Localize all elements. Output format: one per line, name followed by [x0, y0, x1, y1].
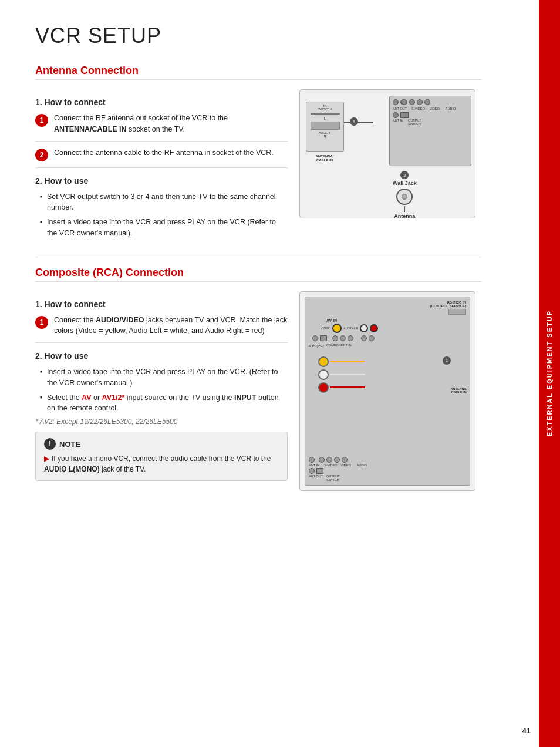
antenna-use-item-1: Set VCR output switch to 3 or 4 and then… — [40, 191, 288, 214]
composite-step-1: 1 Connect the AUDIO/VIDEO jacks between … — [35, 315, 288, 344]
antenna-use-list: Set VCR output switch to 3 or 4 and then… — [35, 191, 288, 239]
step-1-text: Connect the RF antenna out socket of the… — [54, 113, 288, 135]
section-composite: Composite (RCA) Connection 1. How to con… — [35, 267, 481, 491]
antenna-two-col: 1. How to connect 1 Connect the RF anten… — [35, 89, 481, 243]
composite-left-col: 1. How to connect 1 Connect the AUDIO/VI… — [35, 291, 288, 491]
note-icon: ! — [44, 438, 56, 450]
antenna-left-col: 1. How to connect 1 Connect the RF anten… — [35, 89, 288, 243]
note-label: NOTE — [59, 440, 80, 449]
composite-two-col: 1. How to connect 1 Connect the AUDIO/VI… — [35, 291, 481, 491]
page-number: 41 — [522, 726, 531, 735]
section-antenna-title: Antenna Connection — [35, 65, 481, 80]
antenna-use-item-2: Insert a video tape into the VCR and pre… — [40, 217, 288, 239]
section-composite-title: Composite (RCA) Connection — [35, 267, 481, 282]
antenna-step-1: 1 Connect the RF antenna out socket of t… — [35, 113, 288, 142]
composite-use-list: Insert a video tape into the VCR and pre… — [35, 366, 288, 414]
composite-use-title: 2. How to use — [35, 351, 288, 361]
section-antenna: Antenna Connection 1. How to connect 1 C… — [35, 65, 481, 243]
note-box: ! NOTE ▶If you have a mono VCR, connect … — [35, 432, 288, 481]
right-sidebar: EXTERNAL EQUIPMENT SETUP — [539, 0, 560, 747]
step-2-text: Connect the antenna cable to the RF ante… — [54, 147, 274, 159]
sidebar-label: EXTERNAL EQUIPMENT SETUP — [546, 310, 553, 436]
antenna-use-title: 2. How to use — [35, 176, 288, 186]
composite-use-item-2: Select the AV or AV1/2* input source on … — [40, 392, 288, 415]
main-content: VCR SETUP Antenna Connection 1. How to c… — [0, 0, 511, 529]
composite-connect-title: 1. How to connect — [35, 300, 288, 309]
note-header: ! NOTE — [44, 438, 279, 450]
divider-1 — [35, 257, 481, 257]
antenna-diagram: IN "AUDIO" H L AUDIO-F N ANTENNA/CABLE I… — [299, 89, 481, 243]
antenna-connect-title: 1. How to connect — [35, 97, 288, 107]
antenna-step-2: 2 Connect the antenna cable to the RF an… — [35, 147, 288, 168]
composite-diagram: RS-232C IN(CONTROL SERVICE) AV IN VIDEO … — [299, 291, 481, 491]
footnote: * AV2: Except 19/22/26LE5300, 22/26LE550… — [35, 418, 288, 426]
page-title: VCR SETUP — [35, 23, 481, 48]
step-num-1: 1 — [35, 114, 48, 127]
step-num-2: 2 — [35, 149, 48, 161]
composite-step-1-text: Connect the AUDIO/VIDEO jacks between TV… — [54, 315, 288, 337]
composite-step-num-1: 1 — [35, 316, 48, 329]
note-text: ▶If you have a mono VCR, connect the aud… — [44, 453, 279, 475]
composite-use-item-1: Insert a video tape into the VCR and pre… — [40, 366, 288, 389]
